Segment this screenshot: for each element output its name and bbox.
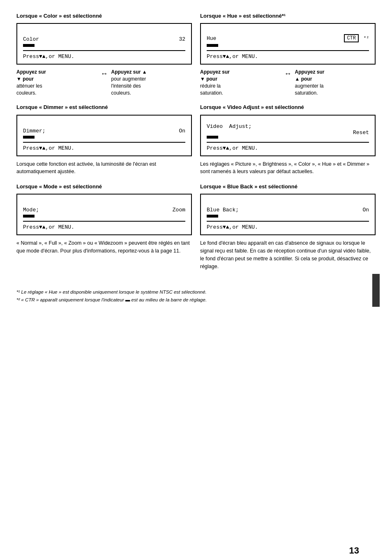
- dimmer-press-row: Press▼▲,or MENU.: [23, 145, 185, 151]
- dimmer-section-title: Lorsque « Dimmer » est sélectionné: [16, 104, 192, 111]
- footnotes: *¹ Le réglage « Hue » est disponible uni…: [16, 288, 376, 303]
- blue-back-section-title: Lorsque « Blue Back » est sélectionné: [200, 183, 376, 190]
- color-screen-content: Color 32: [23, 28, 185, 48]
- mode-section: Lorsque « Mode » est sélectionné Mode; Z…: [16, 183, 192, 255]
- color-press-row: Press▼▲,or MENU.: [23, 53, 185, 60]
- color-right-title: Appuyez sur ▲pour augmenterl'intensité d…: [111, 69, 147, 95]
- blue-back-divider: [207, 221, 369, 222]
- mode-press-row: Press▼▲,or MENU.: [23, 224, 185, 230]
- mode-bar-container: [23, 215, 185, 218]
- color-bar-container: [23, 44, 185, 47]
- video-adjust-divider: [207, 142, 369, 143]
- right-column: Lorsque « Hue » est sélectionné*¹ Hue CT…: [200, 12, 376, 278]
- dimmer-label: Dimmer;: [23, 128, 46, 134]
- dimmer-screen-box: Dimmer; On Press▼▲,or MENU.: [16, 115, 192, 156]
- right-tab: [372, 274, 380, 307]
- mode-screen-box: Mode; Zoom Press▼▲,or MENU.: [16, 194, 192, 235]
- hue-value-group: CTR *²: [344, 34, 369, 42]
- video-adjust-line1: Video Adjust;: [207, 123, 369, 130]
- blue-back-value: On: [362, 207, 369, 213]
- mode-screen-row1: Mode; Zoom: [23, 207, 185, 213]
- blue-back-description: Le fond d'écran bleu apparaît en cas d'a…: [200, 239, 376, 270]
- hue-screen-content: Hue CTR *²: [207, 28, 369, 48]
- main-content: Lorsque « Color » est sélectionné Color …: [16, 12, 376, 278]
- blue-back-bar: [207, 215, 218, 218]
- dimmer-divider: [23, 142, 185, 143]
- mode-indicator-bar: [23, 215, 35, 218]
- video-adjust-screen-box: Video Adjust; Reset Press▼▲,or MENU.: [200, 115, 376, 156]
- dimmer-value: On: [179, 128, 185, 134]
- hue-ctr-box: CTR: [344, 34, 359, 42]
- dimmer-screen-content: Dimmer; On: [23, 120, 185, 139]
- video-adjust-bar-container: [207, 136, 369, 139]
- color-screen-row1: Color 32: [23, 36, 185, 42]
- video-adjust-screen-content: Video Adjust; Reset: [207, 120, 369, 139]
- video-adjust-section-title: Lorsque « Video Adjust » est sélectionné: [200, 104, 376, 111]
- mode-divider: [23, 221, 185, 222]
- mode-screen-content: Mode; Zoom: [23, 199, 185, 218]
- blue-back-screen-content: Blue Back; On: [207, 199, 369, 218]
- hue-bar-container: [207, 44, 369, 47]
- video-adjust-bar: [207, 136, 218, 139]
- dimmer-bar-container: [23, 136, 185, 139]
- hue-press-row: Press▼▲,or MENU.: [207, 53, 369, 60]
- dimmer-description: Lorsque cette fonction est activée, la l…: [16, 160, 192, 176]
- color-screen-box: Color 32 Press▼▲,or MENU.: [16, 23, 192, 65]
- mode-description: « Normal », « Full », « Zoom » ou « Wide…: [16, 239, 192, 255]
- page-wrapper: Lorsque « Color » est sélectionné Color …: [16, 12, 376, 556]
- color-arrow-left: Appuyez sur▼ pouratténuer lescouleurs.: [16, 69, 97, 96]
- hue-indicator-bar: [207, 44, 218, 47]
- hue-label: Hue: [207, 35, 216, 42]
- video-adjust-description: Les réglages « Picture », « Brightness »…: [200, 160, 376, 176]
- color-section-title: Lorsque « Color » est sélectionné: [16, 12, 192, 20]
- blue-back-section: Lorsque « Blue Back » est sélectionné Bl…: [200, 183, 376, 270]
- page-number: 13: [349, 545, 359, 556]
- hue-divider: [207, 50, 369, 51]
- color-arrow-right: Appuyez sur ▲pour augmenterl'intensité d…: [111, 69, 192, 96]
- color-indicator-bar: [23, 44, 35, 47]
- footnote-1: *¹ Le réglage « Hue » est disponible uni…: [16, 288, 376, 296]
- video-adjust-press-row: Press▼▲,or MENU.: [207, 145, 369, 151]
- hue-screen-row1: Hue CTR *²: [207, 34, 369, 42]
- blue-back-screen-row1: Blue Back; On: [207, 207, 369, 213]
- dimmer-section: Lorsque « Dimmer » est sélectionné Dimme…: [16, 104, 192, 176]
- color-value: 32: [179, 36, 185, 42]
- color-section: Lorsque « Color » est sélectionné Color …: [16, 12, 192, 96]
- mode-section-title: Lorsque « Mode » est sélectionné: [16, 183, 192, 190]
- hue-section: Lorsque « Hue » est sélectionné*¹ Hue CT…: [200, 12, 376, 96]
- left-column: Lorsque « Color » est sélectionné Color …: [16, 12, 192, 278]
- hue-double-arrow: ↔: [284, 69, 292, 78]
- color-left-title: Appuyez sur▼ pouratténuer lescouleurs.: [16, 69, 46, 95]
- hue-section-title: Lorsque « Hue » est sélectionné*¹: [200, 12, 376, 20]
- dimmer-screen-row1: Dimmer; On: [23, 128, 185, 134]
- footnote-2: *² « CTR » apparaît uniquement lorsque l…: [16, 296, 376, 303]
- hue-left-title: Appuyez sur▼ pourréduire lasaturation.: [200, 69, 230, 95]
- color-divider: [23, 50, 185, 51]
- hue-arrow-right: Appuyez sur▲ pouraugmenter lasaturation.: [295, 69, 376, 96]
- dimmer-indicator-bar: [23, 136, 35, 139]
- hue-right-title: Appuyez sur▲ pouraugmenter lasaturation.: [295, 69, 325, 95]
- color-label: Color: [23, 36, 39, 42]
- video-adjust-line2: Reset: [207, 130, 369, 136]
- video-adjust-section: Lorsque « Video Adjust » est sélectionné…: [200, 104, 376, 176]
- mode-label: Mode;: [23, 207, 39, 213]
- blue-back-bar-container: [207, 215, 369, 218]
- blue-back-press-row: Press▼▲,or MENU.: [207, 224, 369, 230]
- hue-arrows: Appuyez sur▼ pourréduire lasaturation. ↔…: [200, 69, 376, 96]
- color-double-arrow: ↔: [101, 69, 108, 78]
- mode-value: Zoom: [173, 207, 185, 213]
- color-arrows: Appuyez sur▼ pouratténuer lescouleurs. ↔…: [16, 69, 192, 96]
- hue-arrow-left: Appuyez sur▼ pourréduire lasaturation.: [200, 69, 281, 96]
- page-container: Lorsque « Color » est sélectionné Color …: [16, 12, 376, 303]
- hue-screen-box: Hue CTR *² Press▼▲,or MENU.: [200, 23, 376, 65]
- hue-star2: *²: [364, 36, 369, 41]
- blue-back-label: Blue Back;: [207, 207, 239, 213]
- blue-back-screen-box: Blue Back; On Press▼▲,or MENU.: [200, 194, 376, 235]
